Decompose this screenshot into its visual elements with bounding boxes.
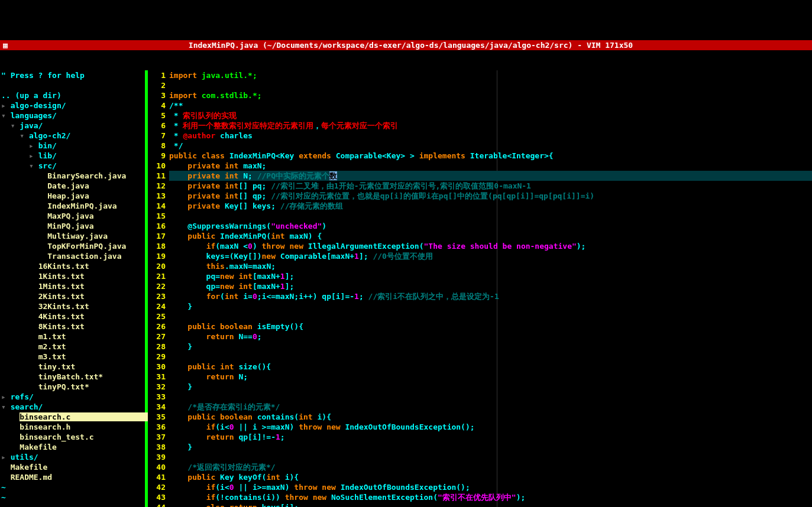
code-line[interactable]: import java.util.*; (169, 70, 812, 80)
file-BinarySearchjava[interactable]: BinarySearch.java (0, 171, 145, 181)
file-TopKForMinPQjava[interactable]: TopKForMinPQ.java (0, 241, 145, 251)
code-line[interactable]: return N==0; (169, 332, 812, 342)
code-line[interactable]: /** (169, 100, 812, 110)
file-Datejava[interactable]: Date.java (0, 181, 145, 191)
code-line[interactable] (169, 80, 812, 90)
code-line[interactable] (169, 311, 812, 321)
editor-pane[interactable]: 1234567891011121314151617181920212223242… (148, 70, 812, 507)
file-Multiwayjava[interactable]: Multiway.java (0, 231, 145, 241)
file-8Kintstxt[interactable]: 8Kints.txt (0, 321, 145, 332)
token: this (206, 262, 225, 271)
code-line[interactable]: else return keys[i]; (169, 502, 812, 507)
code-line[interactable]: public boolean contains(int i){ (169, 412, 812, 422)
code-line[interactable]: if(maxN <0) throw new IllegalArgumentExc… (169, 241, 812, 251)
token: 0 (253, 332, 257, 341)
code-line[interactable]: * 索引队列的实现 (169, 110, 812, 121)
code-line[interactable]: public IndexMinPQ(int maxN) { (169, 231, 812, 241)
code-line[interactable]: public boolean isEmpty(){ (169, 321, 812, 332)
line-number: 8 (148, 141, 166, 151)
code-line[interactable] (169, 392, 812, 402)
file-tinytxt[interactable]: tiny.txt (0, 362, 145, 372)
code-line[interactable]: private int maxN; (169, 161, 812, 171)
file-16Kintstxt[interactable]: 16Kints.txt (0, 261, 145, 271)
code-line[interactable]: } (169, 382, 812, 392)
code-line[interactable]: } (169, 442, 812, 452)
code-line[interactable]: public Key keyOf(int i){ (169, 472, 812, 482)
token: int (225, 292, 243, 301)
code-line[interactable]: } (169, 301, 812, 311)
file-Transactionjava[interactable]: Transaction.java (0, 251, 145, 261)
code-line[interactable]: keys=(Key[])new Comparable[maxN+1]; //0号… (169, 251, 812, 261)
file-READMEmd[interactable]: README.md (0, 472, 145, 482)
file-MinPQjava[interactable]: MinPQ.java (0, 221, 145, 231)
token: maxN) { (290, 232, 322, 240)
file-Heapjava[interactable]: Heap.java (0, 191, 145, 201)
file-m1txt[interactable]: m1.txt (0, 332, 145, 342)
code-line[interactable]: this.maxN=maxN; (169, 261, 812, 271)
code-line[interactable]: public int size(){ (169, 362, 812, 372)
up-dir[interactable]: .. (up a dir) (0, 90, 145, 100)
code-line[interactable]: qp=new int[maxN+1]; (169, 281, 812, 291)
code-line[interactable]: private int[] pq; //索引二叉堆，由1开始-元素位置对应的索引… (169, 181, 812, 191)
file-tree[interactable]: " Press ? for help .. (up a dir)▸ algo-d… (0, 70, 148, 507)
code-line[interactable]: */ (169, 141, 812, 151)
code-line[interactable]: /*是否存在索引i的元素*/ (169, 402, 812, 412)
code-line[interactable]: @SuppressWarnings("unchecked") (169, 221, 812, 231)
file-m3txt[interactable]: m3.txt (0, 352, 145, 362)
code-line[interactable] (169, 211, 812, 221)
line-number: 22 (148, 281, 166, 291)
code-line[interactable]: * @author charles (169, 131, 812, 141)
code-area[interactable]: import java.util.*;import com.stdlib.*;/… (169, 70, 812, 507)
file-MaxPQjava[interactable]: MaxPQ.java (0, 211, 145, 221)
code-line[interactable]: if(i<0 || i >=maxN) throw new IndexOutOf… (169, 422, 812, 432)
code-line[interactable]: * 利用一个整数索引对应特定的元素引用，每个元素对应一个索引 (169, 121, 812, 131)
file-m2txt[interactable]: m2.txt (0, 342, 145, 352)
file-tinyPQtxt[interactable]: tinyPQ.txt* (0, 382, 145, 392)
code-line[interactable] (169, 352, 812, 362)
line-number: 25 (148, 311, 166, 321)
file-32Kintstxt[interactable]: 32Kints.txt (0, 301, 145, 311)
code-line[interactable]: } (169, 342, 812, 352)
code-line[interactable]: if(i<0 || i>=maxN) throw new IndexOutOfB… (169, 482, 812, 492)
file-1Mintstxt[interactable]: 1Mints.txt (0, 281, 145, 291)
code-line[interactable]: if(!contains(i)) throw new NoSuchElement… (169, 492, 812, 502)
code-line[interactable]: import com.stdlib.*; (169, 90, 812, 100)
code-line[interactable] (169, 452, 812, 462)
line-number: 9 (148, 151, 166, 161)
dir-java[interactable]: ▾ java/ (0, 121, 145, 131)
file-tinyBatchtxt[interactable]: tinyBatch.txt* (0, 372, 145, 382)
dir-bin[interactable]: ▸ bin/ (0, 141, 145, 151)
code-line[interactable]: return N; (169, 372, 812, 382)
file-1Kintstxt[interactable]: 1Kints.txt (0, 271, 145, 281)
code-line[interactable]: return qp[i]!=-1; (169, 432, 812, 442)
file-binsearchc[interactable]: binsearch.c (0, 412, 145, 422)
code-line[interactable]: private Key[] keys; //存储元素的数组 (169, 201, 812, 211)
file-binsearchh[interactable]: binsearch.h (0, 422, 145, 432)
code-line[interactable]: private int[] qp; //索引对应的元素位置，也就是qp[i]的值… (169, 191, 812, 201)
dir-src[interactable]: ▾ src/ (0, 161, 145, 171)
file-binsearch_testc[interactable]: binsearch_test.c (0, 432, 145, 442)
file-Makefile[interactable]: Makefile (0, 442, 145, 452)
code-line[interactable]: for(int i=0;i<=maxN;i++) qp[i]=-1; //索引i… (169, 291, 812, 301)
dir-search[interactable]: ▾ search/ (0, 402, 145, 412)
dir-lib[interactable]: ▸ lib/ (0, 151, 145, 161)
line-number: 2 (148, 80, 166, 90)
token: 0 (253, 292, 257, 301)
dir-utils[interactable]: ▸ utils/ (0, 452, 145, 462)
token: } (169, 342, 192, 351)
dir-algodesign[interactable]: ▸ algo-design/ (0, 100, 145, 110)
code-line[interactable]: pq=new int[maxN+1]; (169, 271, 812, 281)
file-4Kintstxt[interactable]: 4Kints.txt (0, 311, 145, 321)
token: //PQ中实际的元素个 (257, 171, 329, 180)
file-Makefile[interactable]: Makefile (0, 462, 145, 472)
code-line[interactable]: private int N; //PQ中实际的元素个数 (169, 171, 812, 181)
dir-languages[interactable]: ▾ languages/ (0, 110, 145, 121)
dir-algoch2[interactable]: ▾ algo-ch2/ (0, 131, 145, 141)
token: */ (169, 141, 183, 150)
file-2Kintstxt[interactable]: 2Kints.txt (0, 291, 145, 301)
dir-refs[interactable]: ▸ refs/ (0, 392, 145, 402)
code-line[interactable]: /*返回索引对应的元素*/ (169, 462, 812, 472)
token: new int (220, 272, 253, 281)
code-line[interactable]: public class IndexMinPQ<Key extends Comp… (169, 151, 812, 161)
file-IndexMinPQjava[interactable]: IndexMinPQ.java (0, 201, 145, 211)
